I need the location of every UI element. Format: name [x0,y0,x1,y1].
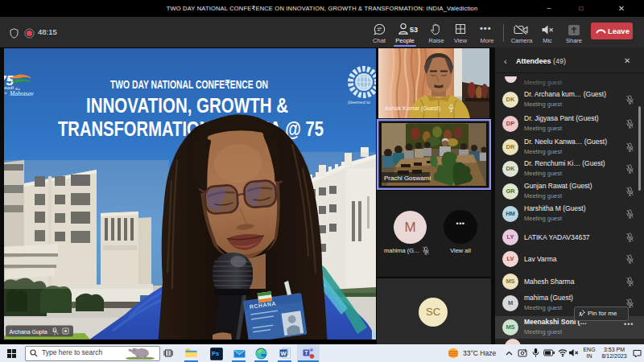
svg-text:Prachi Goswami: Prachi Goswami [384,175,431,182]
svg-text:TWO DAY NATIONAL CONFE₹ENCE ON: TWO DAY NATIONAL CONFE₹ENCE ON [110,78,268,91]
svg-text:INNOVATION, GROWTH &: INNOVATION, GROWTH & [86,93,288,117]
svg-text:Mahotsav: Mahotsav [9,90,34,97]
svg-text:T: T [305,350,308,356]
svg-text:Archana Gupta: Archana Gupta [10,329,47,335]
svg-text:Ashok Kumar (Guest): Ashok Kumar (Guest) [385,105,440,112]
svg-text:W: W [280,350,287,357]
svg-text:(deemed to: (deemed to [348,100,370,105]
